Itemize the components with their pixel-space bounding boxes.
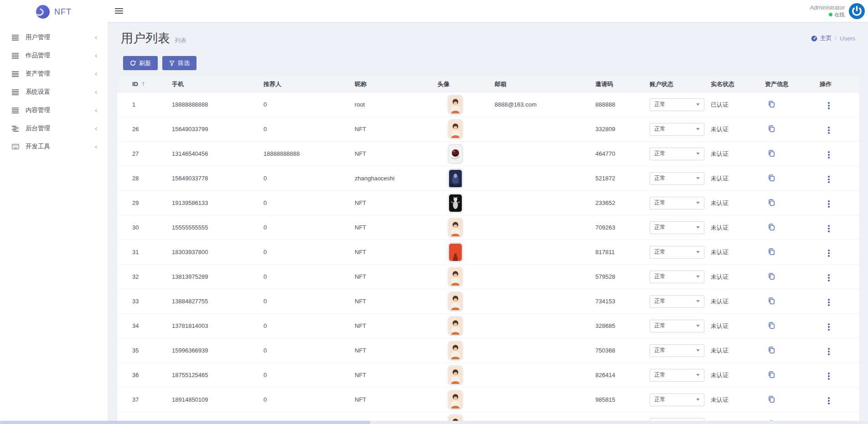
user-avatar-image-red[interactable] [448, 242, 463, 262]
copy-icon[interactable] [768, 248, 775, 255]
copy-icon[interactable] [768, 297, 775, 305]
more-actions-icon[interactable] [826, 199, 832, 209]
refresh-button[interactable]: 刷新 [123, 56, 158, 70]
column-header-invite-code[interactable]: 邀请码 [595, 80, 650, 88]
cell-avatar [438, 95, 495, 115]
user-avatar-image-person[interactable] [448, 341, 463, 361]
caret-down-icon [696, 128, 700, 130]
account-status-select[interactable]: 正常 [650, 123, 704, 136]
more-actions-icon[interactable] [826, 272, 832, 283]
column-header-id[interactable]: ID↑ [132, 81, 172, 87]
sidebar-item-2[interactable]: 作品管理 ‹ [0, 46, 108, 65]
account-status-select[interactable]: 正常 [650, 320, 704, 332]
user-avatar-power-icon[interactable] [849, 3, 865, 19]
account-status-select[interactable]: 正常 [650, 221, 704, 234]
table-row: 26 15649033799 0 NFT 332809 正常 未认证 [117, 117, 859, 142]
copy-icon[interactable] [768, 322, 775, 329]
account-status-select[interactable]: 正常 [650, 369, 704, 382]
brand[interactable]: NFT [0, 0, 108, 24]
more-actions-icon[interactable] [826, 223, 832, 234]
more-actions-icon[interactable] [826, 174, 832, 185]
user-avatar-image-person[interactable] [448, 119, 463, 139]
account-status-select[interactable]: 正常 [650, 271, 704, 283]
menu-lines-icon [12, 34, 19, 41]
caret-down-icon [696, 349, 700, 352]
account-status-select[interactable]: 正常 [650, 246, 704, 259]
cell-avatar [438, 193, 495, 213]
user-avatar-image-cat[interactable] [448, 193, 463, 213]
cell-realname-status: 未认证 [711, 297, 765, 306]
filter-button[interactable]: 筛选 [162, 56, 196, 70]
user-avatar-image-person[interactable] [448, 390, 463, 410]
user-avatar-image-person[interactable] [448, 365, 463, 385]
cell-phone: 19139586133 [172, 199, 264, 206]
copy-icon[interactable] [768, 149, 775, 157]
more-actions-icon[interactable] [826, 322, 832, 332]
sidebar-item-5[interactable]: 内容管理 ‹ [0, 101, 108, 119]
more-actions-icon[interactable] [826, 248, 832, 259]
caret-down-icon [696, 398, 700, 401]
user-avatar-image-person[interactable] [448, 316, 463, 336]
column-header-email[interactable]: 邮箱 [495, 80, 595, 88]
account-status-select[interactable]: 正常 [650, 393, 704, 406]
chevron-left-icon: ‹ [94, 107, 98, 114]
user-block[interactable]: Administrator 在线 [810, 3, 865, 19]
cell-actions [820, 148, 859, 160]
account-status-select[interactable]: 正常 [650, 148, 704, 160]
user-avatar-image-person[interactable] [448, 218, 463, 238]
horizontal-scrollbar-thumb[interactable] [0, 421, 370, 424]
cell-asset-info [765, 297, 820, 306]
account-status-select[interactable]: 正常 [650, 197, 704, 209]
sidebar-item-1[interactable]: 用户管理 ‹ [0, 28, 108, 46]
sidebar-item-3[interactable]: 资产管理 ‹ [0, 65, 108, 83]
copy-icon[interactable] [768, 100, 775, 108]
user-avatar-image-dark[interactable] [448, 169, 463, 189]
user-avatar-image-sphere[interactable] [448, 144, 463, 164]
sidebar-item-6[interactable]: 后台管理 ‹ [0, 119, 108, 138]
column-header-realname-status[interactable]: 实名状态 [711, 80, 765, 88]
cell-account-status: 正常 [650, 271, 711, 283]
account-status-select[interactable]: 正常 [650, 344, 704, 357]
cell-phone: 13146540456 [172, 150, 264, 157]
breadcrumb-current[interactable]: Users [840, 35, 855, 42]
breadcrumb-home-link[interactable]: 主页 [811, 34, 832, 42]
more-actions-icon[interactable] [826, 100, 832, 111]
column-header-referrer[interactable]: 推荐人 [264, 80, 355, 88]
more-actions-icon[interactable] [826, 297, 832, 308]
funnel-filter-icon [169, 61, 175, 66]
sidebar-item-7[interactable]: 开发工具 ‹ [0, 138, 108, 156]
column-header-nickname[interactable]: 昵称 [355, 80, 438, 88]
column-header-avatar[interactable]: 头像 [438, 80, 495, 88]
column-header-phone[interactable]: 手机 [172, 80, 264, 88]
cell-id: 32 [132, 273, 172, 280]
copy-icon[interactable] [768, 346, 775, 354]
user-avatar-image-person[interactable] [448, 267, 463, 287]
column-header-account-status[interactable]: 账户状态 [650, 80, 711, 88]
more-actions-icon[interactable] [826, 371, 832, 382]
more-actions-icon[interactable] [826, 346, 832, 357]
more-actions-icon[interactable] [826, 395, 832, 406]
copy-icon[interactable] [768, 125, 775, 133]
copy-icon[interactable] [768, 272, 775, 280]
sidebar-toggle-icon[interactable] [115, 8, 123, 14]
cell-actions [820, 393, 859, 406]
account-status-select[interactable]: 正常 [650, 98, 704, 111]
user-avatar-image-person[interactable] [448, 291, 463, 312]
sidebar-item-4[interactable]: 系统设置 ‹ [0, 83, 108, 101]
account-status-select[interactable]: 正常 [650, 295, 704, 308]
table-row: 1 18888888888 0 root 8888@163.com 888888… [117, 92, 859, 117]
copy-icon[interactable] [768, 395, 775, 403]
copy-icon[interactable] [768, 199, 775, 206]
horizontal-scrollbar[interactable] [0, 421, 868, 424]
copy-icon[interactable] [768, 223, 775, 231]
user-avatar-image-person[interactable] [448, 95, 463, 115]
column-header-actions[interactable]: 操作 [820, 80, 859, 88]
caret-down-icon [696, 202, 700, 204]
cell-asset-info [765, 346, 820, 355]
column-header-asset-info[interactable]: 资产信息 [765, 80, 820, 88]
account-status-select[interactable]: 正常 [650, 172, 704, 185]
copy-icon[interactable] [768, 371, 775, 378]
more-actions-icon[interactable] [826, 125, 832, 136]
copy-icon[interactable] [768, 174, 775, 182]
more-actions-icon[interactable] [826, 149, 832, 160]
